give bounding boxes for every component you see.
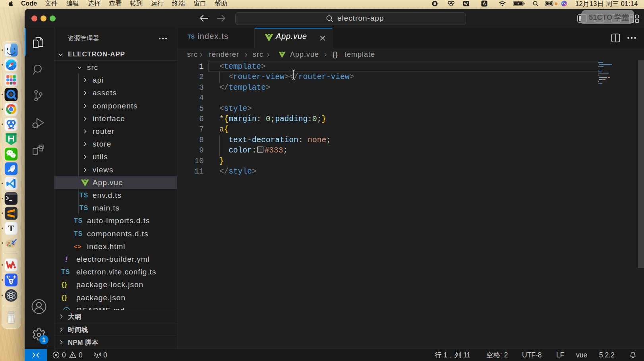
svg-text:T: T	[8, 224, 14, 233]
